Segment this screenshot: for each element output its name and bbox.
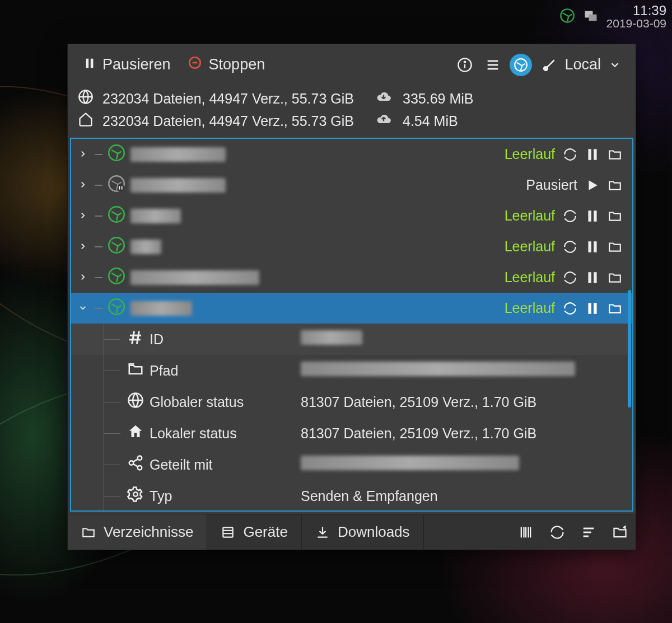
clock[interactable]: 11:39 2019-03-09 (606, 3, 666, 30)
folder-name-redacted (130, 240, 161, 254)
open-folder-button[interactable] (604, 514, 636, 550)
svg-point-44 (138, 466, 142, 470)
pause-folder-icon[interactable] (585, 240, 600, 254)
folder-detail-row: Geteilt mit (71, 449, 632, 480)
expand-toggle[interactable] (78, 146, 89, 162)
folder-detail-row: Typ Senden & Empfangen (71, 480, 632, 512)
info-button[interactable] (454, 54, 476, 76)
rescan-icon[interactable] (563, 301, 577, 316)
tab-downloads[interactable]: Downloads (302, 514, 424, 550)
svg-point-43 (129, 461, 134, 465)
svg-rect-23 (122, 186, 123, 189)
expand-toggle[interactable] (78, 269, 89, 285)
syncthing-tray-icon[interactable] (559, 8, 575, 26)
svg-rect-29 (588, 241, 591, 252)
svg-point-47 (133, 492, 138, 496)
tab-folders[interactable]: Verzeichnisse (68, 514, 207, 550)
detail-value (301, 330, 622, 348)
bottom-tabbar: Verzeichnisse Geräte Downloads (68, 514, 636, 550)
pause-folder-icon[interactable] (585, 147, 600, 162)
clock-date: 2019-03-09 (606, 17, 666, 30)
home-icon (78, 111, 98, 130)
resume-icon[interactable] (585, 178, 600, 193)
system-tray: 11:39 2019-03-09 (552, 0, 672, 33)
open-folder-icon[interactable] (608, 301, 622, 316)
folder-row[interactable]: Pausiert (71, 170, 632, 200)
stop-button[interactable]: Stoppen (182, 52, 271, 77)
detail-icon (127, 423, 150, 443)
folder-name-redacted (130, 270, 259, 285)
tab-downloads-label: Downloads (338, 523, 410, 541)
cloud-download-icon (376, 89, 398, 108)
expand-toggle[interactable] (78, 177, 89, 193)
folder-name-redacted (130, 178, 226, 193)
rescan-icon[interactable] (563, 240, 577, 254)
folder-row[interactable]: Leerlauf (71, 231, 632, 262)
folder-detail-row: ID (71, 324, 632, 355)
uploaded-text: 4.54 MiB (403, 113, 626, 129)
svg-point-9 (464, 61, 465, 62)
pause-folder-icon[interactable] (585, 301, 600, 316)
detail-label: Typ (150, 488, 301, 504)
pause-button[interactable]: Pausieren (78, 53, 176, 77)
svg-marker-24 (589, 180, 598, 190)
rescan-icon[interactable] (563, 270, 577, 285)
folder-name-redacted (130, 147, 226, 162)
clock-time: 11:39 (606, 3, 666, 17)
detail-icon (127, 360, 150, 381)
rescan-button[interactable] (542, 514, 573, 550)
device-selector[interactable]: Local (538, 54, 626, 76)
folder-row[interactable]: Leerlauf (71, 200, 632, 231)
tab-devices-label: Geräte (243, 523, 288, 541)
tab-devices[interactable]: Geräte (207, 514, 302, 550)
svg-line-37 (132, 331, 134, 344)
svg-line-46 (133, 464, 138, 467)
open-folder-icon[interactable] (608, 270, 622, 285)
syncthing-web-button[interactable] (510, 54, 532, 76)
svg-line-38 (137, 331, 139, 344)
local-status-row: 232034 Dateien, 44947 Verz., 55.73 GiB 4… (78, 110, 626, 132)
expand-toggle[interactable] (78, 300, 89, 316)
status-summary: 232034 Dateien, 44947 Verz., 55.73 GiB 3… (68, 85, 636, 137)
folder-status-text: Leerlauf (505, 146, 555, 162)
log-button[interactable] (573, 514, 604, 550)
folder-row[interactable]: Leerlauf (71, 293, 632, 324)
folder-sync-icon (108, 298, 125, 318)
pause-folder-icon[interactable] (585, 270, 600, 285)
stop-icon (188, 55, 202, 74)
menu-button[interactable] (482, 54, 504, 76)
cloud-upload-icon (376, 111, 398, 130)
folder-row[interactable]: Leerlauf (71, 139, 632, 170)
svg-rect-2 (589, 14, 596, 21)
detail-icon (127, 392, 150, 412)
svg-rect-32 (588, 272, 591, 283)
pause-icon (83, 56, 96, 73)
folder-name-redacted (130, 209, 181, 223)
open-folder-icon[interactable] (608, 240, 622, 254)
folder-status-text: Leerlauf (505, 300, 555, 316)
rescan-icon[interactable] (563, 147, 577, 162)
folder-row[interactable]: Leerlauf (71, 262, 632, 293)
rescan-icon[interactable] (563, 209, 577, 223)
scrollbar-thumb[interactable] (628, 290, 631, 407)
svg-rect-3 (86, 59, 89, 68)
detail-value: Senden & Empfangen (301, 488, 622, 504)
detail-value (301, 362, 622, 380)
downloaded-text: 335.69 MiB (403, 91, 626, 107)
barcode-button[interactable] (510, 514, 542, 550)
open-folder-icon[interactable] (608, 209, 622, 223)
expand-toggle[interactable] (78, 208, 89, 224)
folder-detail-row: Globaler status 81307 Dateien, 25109 Ver… (71, 386, 632, 418)
svg-rect-48 (223, 527, 233, 537)
folder-name-redacted (130, 301, 192, 316)
expand-toggle[interactable] (78, 238, 89, 255)
svg-point-42 (138, 456, 142, 461)
open-folder-icon[interactable] (608, 178, 622, 193)
toolbar: Pausieren Stoppen Local (68, 44, 636, 85)
folder-sync-icon (108, 268, 125, 288)
detail-icon (127, 329, 150, 349)
network-tray-icon[interactable] (583, 8, 599, 26)
folder-detail-row: Pfad (71, 355, 632, 386)
open-folder-icon[interactable] (608, 147, 622, 162)
pause-folder-icon[interactable] (585, 209, 600, 223)
